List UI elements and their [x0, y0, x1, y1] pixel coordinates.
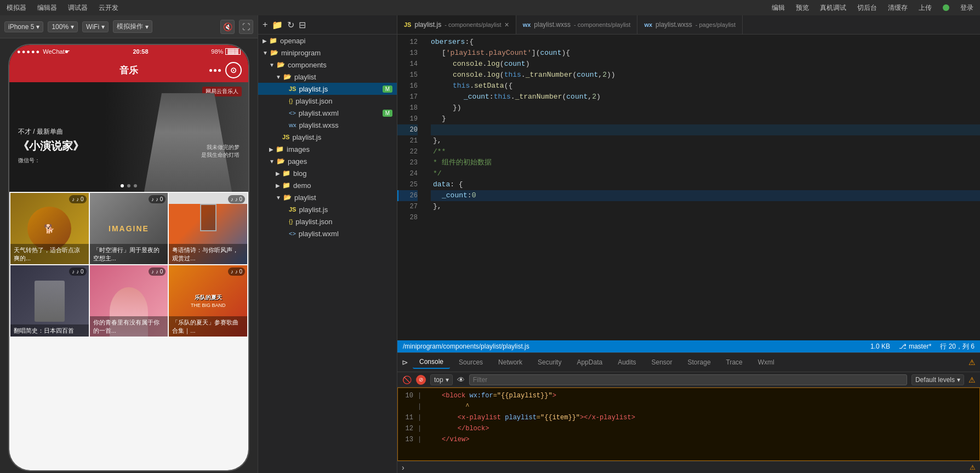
tree-pages[interactable]: ▼ 📂 pages [258, 155, 397, 167]
music-item-5[interactable]: 乐队的夏天 THE BIG BAND ♪♪ 0 「乐队的夏天」参赛歌曲合集｜..… [169, 265, 247, 337]
context-selector[interactable]: top ▾ [430, 374, 453, 385]
collapse-icon[interactable]: ⊟ [299, 20, 306, 30]
menu-simulator[interactable]: 模拟器 [7, 3, 26, 13]
ln-24: 24 [397, 168, 418, 179]
tab-storage[interactable]: Storage [681, 356, 717, 368]
tree-pages-playlist-json[interactable]: ▶ {} playlist.json [258, 215, 397, 227]
tree-playlist-js-2[interactable]: ▶ JS playlist.js [258, 131, 397, 143]
tree-pages-playlist-wxml[interactable]: ▶ <> playlist.wxml [258, 227, 397, 240]
tab-wxml[interactable]: Wxml [751, 356, 781, 368]
tab-playlist-js[interactable]: JS playlist.js - components/playlist × [397, 15, 516, 34]
tab-appdata[interactable]: AppData [570, 356, 609, 368]
music-title-0: 天气转热了，适合听点凉爽的... [10, 244, 89, 264]
volume-button[interactable]: 🔇 [220, 20, 235, 34]
bottom-arrow-icon[interactable]: › [402, 463, 404, 472]
menu-upload[interactable]: 上传 [919, 3, 932, 13]
tab-label: playlist.wxss [534, 21, 571, 29]
tab-playlist-wxss-2[interactable]: wx playlist.wxss - pages/playlist [637, 15, 743, 34]
hero-caption-right: 我未做完的梦 是我生命的灯塔 [201, 144, 240, 159]
device-selector[interactable]: iPhone 5 ▾ [4, 21, 43, 32]
code-line-16: this.setData({ [431, 81, 980, 92]
console-pointer-icon[interactable]: ⊳ [402, 358, 408, 367]
tree-label: playlist.js [292, 133, 321, 141]
play-count-3: ♪♪ 0 [69, 267, 86, 276]
tab-security[interactable]: Security [531, 356, 568, 368]
battery-percent: 98% [211, 48, 223, 55]
new-file-icon[interactable]: + [263, 20, 267, 30]
filter-input[interactable] [469, 374, 907, 385]
new-folder-icon[interactable]: 📁 [272, 20, 283, 30]
expand-button[interactable]: ⛶ [239, 20, 253, 34]
tree-playlist-wxss[interactable]: ▶ wx playlist.wxss [258, 119, 397, 131]
ln-25: 25 [397, 179, 418, 190]
tab-sensor[interactable]: Sensor [645, 356, 679, 368]
folder-icon: 📂 [277, 61, 285, 69]
json-file-icon: {} [289, 98, 293, 104]
console-code: <block wx:for="{{playlist}}"> [426, 392, 556, 400]
tree-label: playlist [294, 193, 316, 202]
tab-sources[interactable]: Sources [452, 356, 489, 368]
menu-debugger[interactable]: 调试器 [68, 3, 88, 13]
menu-edit[interactable]: 编辑 [772, 3, 785, 13]
code-line-12: obersers:{ [431, 37, 980, 48]
tab-network[interactable]: Network [492, 356, 529, 368]
menu-preview[interactable]: 预览 [796, 3, 809, 13]
menu-clear-cache[interactable]: 清缓存 [888, 3, 908, 13]
user-label[interactable]: 登录 [960, 3, 973, 13]
play-count-5: ♪♪ 0 [228, 267, 245, 276]
eye-button[interactable]: 👁 [457, 375, 465, 384]
tree-openapi[interactable]: ▶ 📁 openapi [258, 35, 397, 47]
clear-console-button[interactable]: 🚫 [402, 375, 412, 385]
tree-blog[interactable]: ▶ 📁 blog [258, 167, 397, 179]
phone-frame: ●●●●● WeChat ☛ 20:58 98% ▓▓▓ 音乐 [8, 44, 249, 471]
folder-icon: 📂 [283, 193, 292, 201]
menu-device-test[interactable]: 真机调试 [820, 3, 846, 13]
arrow-icon: ▼ [263, 50, 268, 56]
tab-path: - components/playlist [574, 21, 630, 28]
menu-editor[interactable]: 编辑器 [37, 3, 57, 13]
operation-selector[interactable]: 模拟操作 ▾ [113, 20, 152, 33]
warning-icon: ⚠ [968, 375, 976, 384]
menu-cloud[interactable]: 云开发 [99, 3, 118, 13]
zoom-selector[interactable]: 100% ▾ [48, 21, 78, 32]
modified-badge: M [383, 86, 392, 93]
header-dots-menu[interactable] [209, 69, 221, 72]
tree-demo[interactable]: ▶ 📁 demo [258, 179, 397, 191]
tree-miniprogram[interactable]: ▼ 📂 miniprogram [258, 47, 397, 59]
bottom-panel: ⊳ Console Sources Network Security AppDa… [397, 352, 980, 473]
tree-components[interactable]: ▼ 📂 components [258, 59, 397, 71]
tab-console[interactable]: Console [413, 356, 450, 369]
refresh-icon[interactable]: ↻ [287, 20, 294, 30]
music-item-3[interactable]: ♪♪ 0 翻唱简史：日本四百首 [10, 265, 89, 337]
music-item-2[interactable]: ♪♪ 0 粤语情诗：与你听风声，观赏过... [169, 193, 247, 264]
tab-audits[interactable]: Audits [611, 356, 642, 368]
tree-pages-playlist[interactable]: ▼ 📂 playlist [258, 191, 397, 203]
arrow-icon: ▶ [269, 146, 274, 152]
tree-playlist-component-folder[interactable]: ▼ 📂 playlist [258, 71, 397, 83]
music-item-0[interactable]: 🐕 ♪♪ 0 天气转热了，适合听点凉爽的... [10, 193, 89, 264]
tab-close-icon[interactable]: × [504, 20, 509, 29]
editor-area: 12 13 14 15 16 17 18 19 20 21 22 23 24 2… [397, 35, 980, 340]
wifi-selector[interactable]: WiFi ▾ [82, 21, 109, 32]
music-item-1[interactable]: IMAGINE ♪♪ 0 「时空潜行」周于昱夜的空想主... [90, 193, 168, 264]
tree-pages-playlist-js[interactable]: ▶ JS playlist.js [258, 203, 397, 215]
music-item-4[interactable]: ♪♪ 0 你的青春里有没有属于你的一首... [90, 265, 168, 337]
tree-images[interactable]: ▶ 📁 images [258, 143, 397, 155]
menu-background[interactable]: 切后台 [857, 3, 877, 13]
tree-playlist-js[interactable]: ▶ JS playlist.js M [258, 83, 397, 95]
tree-playlist-json[interactable]: ▶ {} playlist.json [258, 95, 397, 107]
operation-chevron: ▾ [145, 23, 149, 31]
volume-icon: 🔇 [223, 22, 232, 31]
code-editor[interactable]: 12 13 14 15 16 17 18 19 20 21 22 23 24 2… [397, 35, 980, 340]
code-line-19: } [431, 113, 980, 124]
wxml-file-icon-2: <> [289, 230, 296, 237]
tree-label: playlist.wxss [299, 121, 338, 129]
level-selector[interactable]: Default levels ▾ [911, 374, 964, 385]
record-button[interactable]: ⊙ [225, 62, 242, 78]
tree-playlist-wxml[interactable]: ▶ <> playlist.wxml M [258, 107, 397, 119]
console-line-11: 11 | <x-playlist playlist="{{item}}"></x… [402, 412, 975, 423]
tab-playlist-wxss-1[interactable]: wx playlist.wxss - components/playlist [516, 15, 638, 34]
tab-trace[interactable]: Trace [720, 356, 749, 368]
tree-label: components [288, 61, 327, 69]
stop-button[interactable]: ⊘ [416, 375, 426, 385]
